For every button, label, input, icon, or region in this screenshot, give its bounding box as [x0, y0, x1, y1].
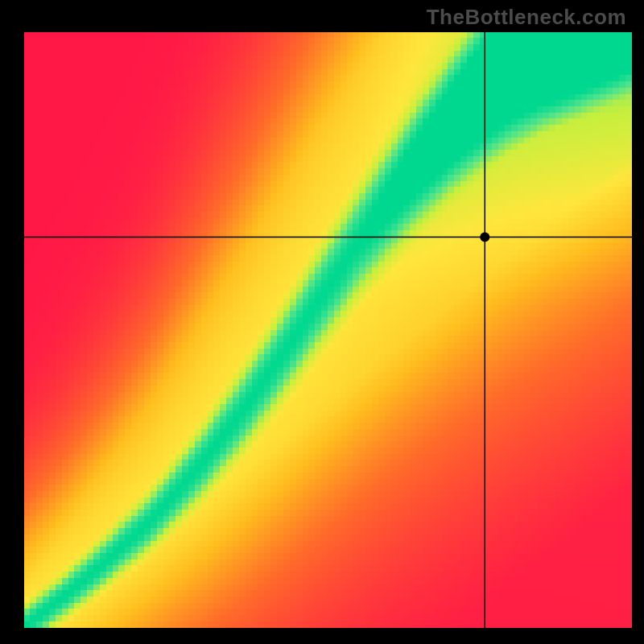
chart-frame: TheBottleneck.com [0, 0, 644, 644]
watermark-text: TheBottleneck.com [427, 5, 626, 30]
bottleneck-heatmap [24, 32, 632, 628]
